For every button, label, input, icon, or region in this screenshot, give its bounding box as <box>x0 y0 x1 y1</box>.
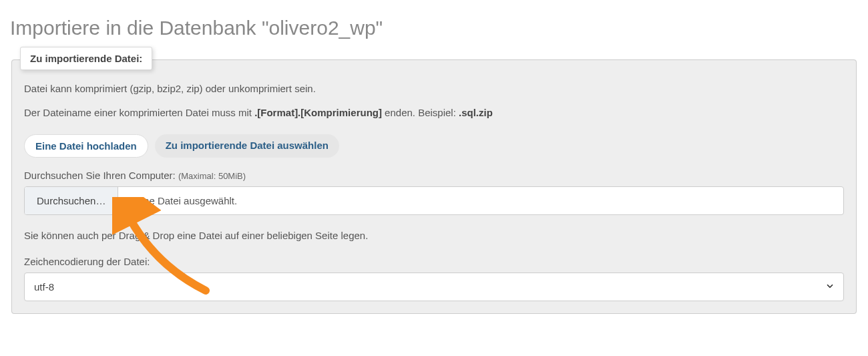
file-input-row: Durchsuchen… Keine Datei ausgewählt. <box>24 186 844 215</box>
fieldset-legend: Zu importierende Datei: <box>20 47 152 70</box>
tab-select-file[interactable]: Zu importierende Datei auswählen <box>155 134 339 158</box>
encoding-select-wrap: utf-8 <box>24 273 844 301</box>
browse-label: Durchsuchen Sie Ihren Computer: (Maximal… <box>24 170 844 181</box>
help-text-2-example: .sql.zip <box>459 107 493 118</box>
tab-upload-file[interactable]: Eine Datei hochladen <box>24 134 148 158</box>
help-text-2-pre: Der Dateiname einer komprimierten Datei … <box>24 107 254 118</box>
help-text-2: Der Dateiname einer komprimierten Datei … <box>24 104 844 122</box>
encoding-label: Zeichencodierung der Datei: <box>24 256 844 267</box>
help-text-1: Datei kann komprimiert (gzip, bzip2, zip… <box>24 80 844 98</box>
file-status: Keine Datei ausgewählt. <box>118 187 843 214</box>
browse-label-max: (Maximal: 50MiB) <box>178 171 246 181</box>
import-fieldset: Zu importierende Datei: Datei kann kompr… <box>11 59 857 314</box>
help-text-2-format: .[Format].[Komprimierung] <box>254 107 382 118</box>
help-text-2-post: enden. Beispiel: <box>382 107 459 118</box>
browse-button[interactable]: Durchsuchen… <box>25 187 118 214</box>
tabs-row: Eine Datei hochladen Zu importierende Da… <box>24 134 844 158</box>
drag-drop-note: Sie können auch per Drag & Drop eine Dat… <box>24 230 844 241</box>
page-title: Importiere in die Datenbank "olivero2_wp… <box>10 17 858 39</box>
browse-label-text: Durchsuchen Sie Ihren Computer: <box>24 170 178 181</box>
encoding-select[interactable]: utf-8 <box>24 273 844 301</box>
